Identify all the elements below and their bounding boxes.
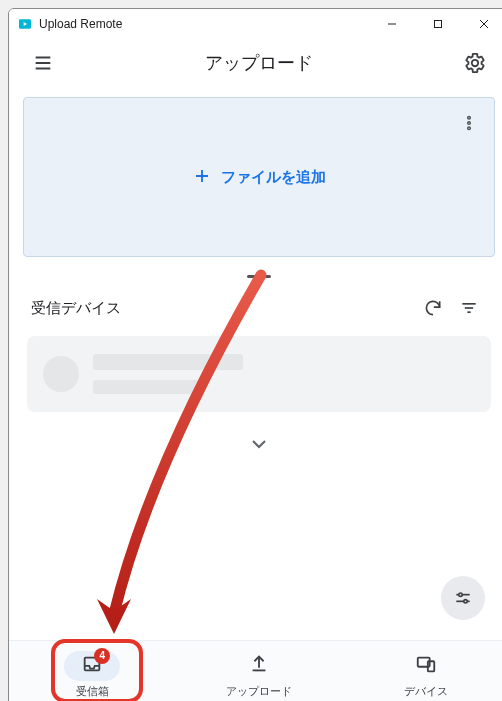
nav-inbox-label: 受信箱 [76,684,109,699]
svg-rect-3 [435,21,442,28]
sheet-drag-handle[interactable] [9,269,502,284]
svg-point-10 [468,122,471,125]
svg-point-11 [468,127,471,130]
upload-drop-area[interactable]: ファイルを追加 [23,97,495,257]
nav-inbox[interactable]: 4 受信箱 [9,647,176,701]
svg-point-18 [459,593,462,596]
nav-upload[interactable]: アップロード [176,647,343,701]
window-titlebar: Upload Remote [9,9,502,39]
filter-button[interactable] [451,290,487,326]
expand-devices-button[interactable] [9,412,502,476]
app-icon [17,16,33,32]
nav-devices[interactable]: デバイス [342,647,502,701]
refresh-button[interactable] [415,290,451,326]
window-title: Upload Remote [39,17,122,31]
window-close-button[interactable] [461,9,502,39]
bottom-nav: 4 受信箱 アップロード デバイス [9,640,502,701]
text-placeholder [93,354,243,394]
devices-icon [415,653,437,679]
app-window: Upload Remote アップロード ファイルを追加 [8,8,502,701]
upload-menu-button[interactable] [452,106,486,140]
avatar-placeholder [43,356,79,392]
svg-marker-24 [97,599,131,634]
app-header: アップロード [9,39,502,87]
window-minimize-button[interactable] [369,9,415,39]
devices-title: 受信デバイス [31,299,415,318]
app-content: アップロード ファイルを追加 受信デバイス [9,39,502,701]
page-title: アップロード [65,51,453,75]
add-file-label: ファイルを追加 [221,168,326,187]
svg-point-9 [468,116,471,119]
inbox-badge: 4 [94,648,110,664]
devices-header: 受信デバイス [9,284,502,336]
nav-devices-label: デバイス [404,684,448,699]
plus-icon [193,167,211,188]
settings-button[interactable] [453,41,497,85]
svg-point-20 [464,600,467,603]
menu-button[interactable] [21,41,65,85]
nav-upload-label: アップロード [226,684,292,699]
upload-icon [248,653,270,679]
window-maximize-button[interactable] [415,9,461,39]
tune-button[interactable] [441,576,485,620]
device-list-placeholder [27,336,491,412]
add-file-button[interactable]: ファイルを追加 [193,167,326,188]
